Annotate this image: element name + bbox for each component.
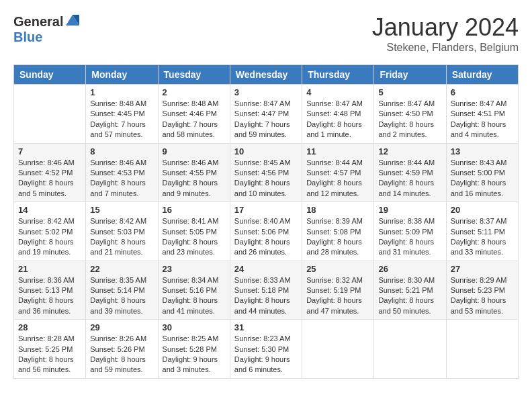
calendar-cell: 13Sunrise: 8:43 AMSunset: 5:00 PMDayligh… [446,143,518,202]
logo-icon [64,13,81,30]
calendar-cell: 18Sunrise: 8:39 AMSunset: 5:08 PMDayligh… [302,202,374,261]
header-friday: Friday [374,65,446,85]
day-info: Sunrise: 8:39 AMSunset: 5:08 PMDaylight:… [306,216,369,258]
logo-general: General [13,14,63,29]
calendar-header-row: SundayMondayTuesdayWednesdayThursdayFrid… [14,65,519,85]
calendar-cell: 17Sunrise: 8:40 AMSunset: 5:06 PMDayligh… [230,202,302,261]
day-number: 10 [234,146,298,156]
location: Stekene, Flanders, Belgium [372,42,519,54]
day-info: Sunrise: 8:34 AMSunset: 5:16 PMDaylight:… [163,275,226,317]
day-info: Sunrise: 8:38 AMSunset: 5:09 PMDaylight:… [378,216,441,258]
day-info: Sunrise: 8:35 AMSunset: 5:14 PMDaylight:… [90,275,153,317]
day-info: Sunrise: 8:32 AMSunset: 5:19 PMDaylight:… [306,275,369,317]
day-number: 25 [306,264,369,274]
header-tuesday: Tuesday [158,65,230,85]
day-number: 3 [234,87,298,97]
calendar-cell: 22Sunrise: 8:35 AMSunset: 5:14 PMDayligh… [86,261,158,320]
calendar-cell: 31Sunrise: 8:23 AMSunset: 5:30 PMDayligh… [230,320,302,379]
day-number: 8 [90,146,153,156]
day-number: 20 [451,205,514,215]
day-number: 1 [90,87,153,97]
calendar-cell: 6Sunrise: 8:47 AMSunset: 4:51 PMDaylight… [446,85,518,144]
calendar-cell [302,320,374,379]
calendar-cell [446,320,518,379]
day-info: Sunrise: 8:41 AMSunset: 5:05 PMDaylight:… [163,216,226,258]
header-monday: Monday [86,65,158,85]
day-number: 13 [451,146,514,156]
day-number: 27 [451,264,514,274]
header-wednesday: Wednesday [230,65,302,85]
calendar-cell: 25Sunrise: 8:32 AMSunset: 5:19 PMDayligh… [302,261,374,320]
day-number: 15 [90,205,153,215]
calendar-cell: 29Sunrise: 8:26 AMSunset: 5:26 PMDayligh… [86,320,158,379]
day-info: Sunrise: 8:46 AMSunset: 4:53 PMDaylight:… [90,158,153,199]
day-info: Sunrise: 8:47 AMSunset: 4:47 PMDaylight:… [234,99,298,140]
logo-text: General Blue [13,13,81,44]
day-number: 28 [18,322,81,332]
day-info: Sunrise: 8:44 AMSunset: 4:59 PMDaylight:… [378,158,441,199]
month-title: January 2024 [372,13,519,42]
calendar-cell: 19Sunrise: 8:38 AMSunset: 5:09 PMDayligh… [374,202,446,261]
day-info: Sunrise: 8:46 AMSunset: 4:55 PMDaylight:… [163,158,226,199]
calendar-cell: 10Sunrise: 8:45 AMSunset: 4:56 PMDayligh… [230,143,302,202]
page-header: General Blue January 2024 Stekene, Fland… [13,13,519,54]
day-number: 23 [163,264,226,274]
day-number: 5 [378,87,441,97]
calendar-cell: 4Sunrise: 8:47 AMSunset: 4:48 PMDaylight… [302,85,374,144]
calendar-cell: 9Sunrise: 8:46 AMSunset: 4:55 PMDaylight… [158,143,230,202]
day-info: Sunrise: 8:45 AMSunset: 4:56 PMDaylight:… [234,158,298,199]
header-thursday: Thursday [302,65,374,85]
day-info: Sunrise: 8:26 AMSunset: 5:26 PMDaylight:… [90,334,153,375]
day-number: 19 [378,205,441,215]
calendar-cell: 21Sunrise: 8:36 AMSunset: 5:13 PMDayligh… [14,261,86,320]
day-number: 14 [18,205,81,215]
header-saturday: Saturday [446,65,518,85]
day-info: Sunrise: 8:48 AMSunset: 4:45 PMDaylight:… [90,99,153,140]
calendar-cell [374,320,446,379]
calendar-cell: 24Sunrise: 8:33 AMSunset: 5:18 PMDayligh… [230,261,302,320]
day-info: Sunrise: 8:42 AMSunset: 5:03 PMDaylight:… [90,216,153,258]
day-info: Sunrise: 8:25 AMSunset: 5:28 PMDaylight:… [163,334,226,375]
day-number: 22 [90,264,153,274]
week-row-1: 1Sunrise: 8:48 AMSunset: 4:45 PMDaylight… [14,85,519,144]
day-info: Sunrise: 8:47 AMSunset: 4:50 PMDaylight:… [378,99,441,140]
calendar-cell: 5Sunrise: 8:47 AMSunset: 4:50 PMDaylight… [374,85,446,144]
day-info: Sunrise: 8:40 AMSunset: 5:06 PMDaylight:… [234,216,298,258]
day-info: Sunrise: 8:29 AMSunset: 5:23 PMDaylight:… [451,275,514,317]
day-number: 21 [18,264,81,274]
day-info: Sunrise: 8:36 AMSunset: 5:13 PMDaylight:… [18,275,81,317]
day-number: 30 [163,322,226,332]
calendar: SundayMondayTuesdayWednesdayThursdayFrid… [13,64,519,379]
day-info: Sunrise: 8:44 AMSunset: 4:57 PMDaylight:… [306,158,369,199]
calendar-cell: 15Sunrise: 8:42 AMSunset: 5:03 PMDayligh… [86,202,158,261]
day-number: 9 [163,146,226,156]
day-info: Sunrise: 8:43 AMSunset: 5:00 PMDaylight:… [451,158,514,199]
logo: General Blue [13,13,81,44]
day-number: 16 [163,205,226,215]
week-row-2: 7Sunrise: 8:46 AMSunset: 4:52 PMDaylight… [14,143,519,202]
calendar-cell: 28Sunrise: 8:28 AMSunset: 5:25 PMDayligh… [14,320,86,379]
calendar-cell: 8Sunrise: 8:46 AMSunset: 4:53 PMDaylight… [86,143,158,202]
calendar-cell: 11Sunrise: 8:44 AMSunset: 4:57 PMDayligh… [302,143,374,202]
day-number: 2 [163,87,226,97]
day-number: 26 [378,264,441,274]
calendar-cell: 1Sunrise: 8:48 AMSunset: 4:45 PMDaylight… [86,85,158,144]
calendar-cell: 26Sunrise: 8:30 AMSunset: 5:21 PMDayligh… [374,261,446,320]
week-row-4: 21Sunrise: 8:36 AMSunset: 5:13 PMDayligh… [14,261,519,320]
day-number: 12 [378,146,441,156]
day-info: Sunrise: 8:47 AMSunset: 4:48 PMDaylight:… [306,99,369,140]
day-number: 6 [451,87,514,97]
calendar-cell: 27Sunrise: 8:29 AMSunset: 5:23 PMDayligh… [446,261,518,320]
day-info: Sunrise: 8:23 AMSunset: 5:30 PMDaylight:… [234,334,298,375]
title-block: January 2024 Stekene, Flanders, Belgium [372,13,519,54]
calendar-cell: 12Sunrise: 8:44 AMSunset: 4:59 PMDayligh… [374,143,446,202]
logo-blue: Blue [13,30,81,44]
day-info: Sunrise: 8:47 AMSunset: 4:51 PMDaylight:… [451,99,514,140]
day-info: Sunrise: 8:28 AMSunset: 5:25 PMDaylight:… [18,334,81,375]
day-number: 31 [234,322,298,332]
day-number: 17 [234,205,298,215]
calendar-cell: 2Sunrise: 8:48 AMSunset: 4:46 PMDaylight… [158,85,230,144]
calendar-cell: 7Sunrise: 8:46 AMSunset: 4:52 PMDaylight… [14,143,86,202]
day-info: Sunrise: 8:42 AMSunset: 5:02 PMDaylight:… [18,216,81,258]
day-number: 24 [234,264,298,274]
